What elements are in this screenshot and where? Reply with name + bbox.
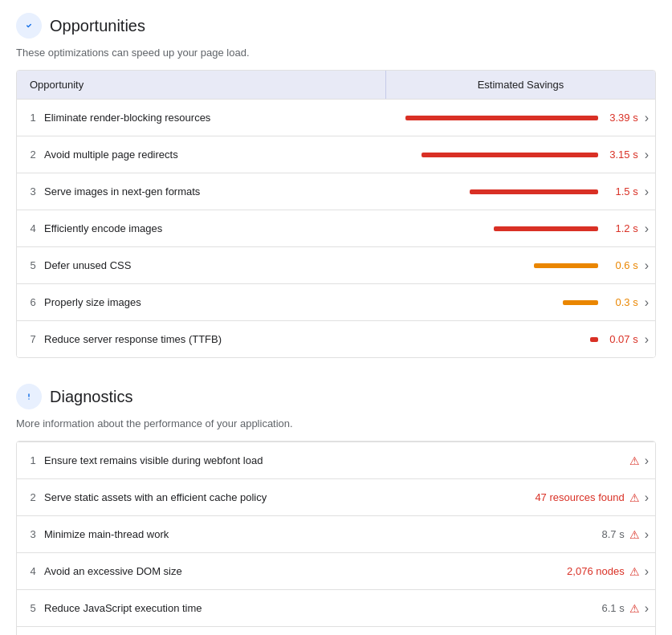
chevron-icon[interactable]: ›: [645, 332, 649, 347]
savings-bar: [494, 226, 598, 231]
table-row[interactable]: 3 Serve images in next-gen formats 1.5 s…: [17, 173, 655, 210]
diagnostics-table: 1 Ensure text remains visible during web…: [16, 441, 656, 635]
diag-row[interactable]: 3 Minimize main-thread work 8.7 s ⚠ ›: [17, 515, 655, 552]
diag-row[interactable]: 4 Avoid an excessive DOM size 2,076 node…: [17, 552, 655, 589]
row-value: 2,076 nodes ⚠ ›: [560, 564, 655, 579]
bar-container: [389, 263, 598, 268]
bar-container: [389, 189, 598, 194]
row-label: Properly size images: [41, 288, 386, 316]
row-label: Reduce server response times (TTFB): [41, 325, 386, 353]
row-value: 6.1 s ⚠ ›: [595, 601, 655, 616]
row-value-text: 8.7 s: [601, 528, 624, 540]
diagnostics-section: Diagnostics More information about the p…: [16, 384, 656, 635]
warning-icon: ⚠: [629, 602, 640, 615]
row-number: 5: [17, 602, 41, 614]
chevron-icon[interactable]: ›: [645, 454, 649, 468]
row-number: 2: [17, 491, 41, 503]
row-label: Ensure text remains visible during webfo…: [41, 446, 623, 474]
chevron-icon[interactable]: ›: [645, 601, 649, 616]
diag-row[interactable]: 2 Serve static assets with an efficient …: [17, 478, 655, 515]
diag-row[interactable]: 5 Reduce JavaScript execution time 6.1 s…: [17, 589, 655, 626]
row-value-text: 47 resources found: [535, 491, 624, 503]
savings-bar: [563, 300, 598, 305]
row-value: ⚠ ›: [623, 454, 655, 468]
chevron-icon[interactable]: ›: [645, 258, 649, 273]
chevron-icon[interactable]: ›: [645, 222, 649, 236]
warning-icon: ⚠: [629, 565, 640, 578]
savings-value: 3.39 s: [605, 112, 638, 124]
diagnostics-subtitle: More information about the performance o…: [16, 417, 656, 429]
col-header-opportunity: Opportunity: [17, 71, 386, 99]
table-row[interactable]: 4 Efficiently encode images 1.2 s ›: [17, 210, 655, 246]
row-number: 3: [17, 185, 41, 197]
diag-row[interactable]: 1 Ensure text remains visible during web…: [17, 442, 655, 478]
savings-bar: [422, 153, 598, 157]
row-value: 47 resources found ⚠ ›: [528, 490, 655, 505]
savings-bar: [405, 116, 598, 120]
row-label: Serve images in next-gen formats: [41, 177, 386, 206]
row-value-text: 2,076 nodes: [567, 565, 625, 577]
chevron-icon[interactable]: ›: [645, 148, 649, 162]
row-label: Serve static assets with an efficient ca…: [41, 483, 528, 511]
savings-value: 0.6 s: [605, 259, 638, 271]
opportunities-section: Opportunities These optimizations can sp…: [16, 13, 656, 358]
diagnostics-header: Diagnostics: [16, 384, 656, 409]
row-number: 3: [17, 528, 41, 540]
bar-container: [389, 226, 598, 231]
chevron-icon[interactable]: ›: [645, 295, 649, 310]
savings-value: 0.3 s: [605, 296, 638, 308]
row-label: Efficiently encode images: [41, 214, 386, 242]
chevron-icon[interactable]: ›: [645, 490, 649, 505]
table-header-row: Opportunity Estimated Savings: [17, 71, 655, 99]
savings-bar: [470, 189, 598, 194]
table-row[interactable]: 6 Properly size images 0.3 s ›: [17, 283, 655, 320]
row-label: Minimize Critical Requests Depth: [41, 631, 560, 635]
savings-value: 1.5 s: [605, 185, 638, 197]
bar-container: [389, 116, 598, 120]
chevron-icon[interactable]: ›: [645, 527, 649, 542]
row-value: 8.7 s ⚠ ›: [595, 527, 655, 542]
table-row[interactable]: 2 Avoid multiple page redirects 3.15 s ›: [17, 136, 655, 173]
row-number: 1: [17, 112, 41, 124]
savings-value: 3.15 s: [605, 149, 638, 161]
row-label: Defer unused CSS: [41, 251, 386, 279]
warning-icon: ⚠: [629, 491, 640, 504]
savings-value: 0.07 s: [605, 333, 638, 345]
table-row[interactable]: 1 Eliminate render-blocking resources 3.…: [17, 99, 655, 136]
chevron-icon[interactable]: ›: [645, 111, 649, 125]
row-label: Avoid multiple page redirects: [41, 140, 386, 169]
warning-icon: ⚠: [629, 528, 640, 541]
row-savings: 1.5 s ›: [386, 185, 655, 199]
row-label: Minimize main-thread work: [41, 520, 595, 548]
bar-container: [389, 153, 598, 157]
row-number: 4: [17, 565, 41, 577]
opportunities-title: Opportunities: [50, 17, 145, 35]
diag-row[interactable]: 6 Minimize Critical Requests Depth 13 ch…: [17, 626, 655, 635]
diagnostics-title: Diagnostics: [50, 388, 132, 406]
chevron-icon[interactable]: ›: [645, 564, 649, 579]
row-value-text: 6.1 s: [601, 602, 624, 614]
row-savings: 0.6 s ›: [386, 258, 655, 273]
row-number: 6: [17, 296, 41, 308]
table-row[interactable]: 7 Reduce server response times (TTFB) 0.…: [17, 320, 655, 357]
row-label: Avoid an excessive DOM size: [41, 557, 560, 585]
warning-icon: ⚠: [629, 454, 640, 467]
savings-value: 1.2 s: [605, 222, 638, 234]
table-row[interactable]: 5 Defer unused CSS 0.6 s ›: [17, 246, 655, 283]
row-label: Eliminate render-blocking resources: [41, 104, 386, 132]
savings-bar: [534, 263, 598, 268]
diagnostics-icon: [16, 384, 42, 409]
col-header-savings: Estimated Savings: [386, 71, 655, 99]
opportunities-table: Opportunity Estimated Savings 1 Eliminat…: [16, 70, 656, 358]
row-number: 2: [17, 149, 41, 161]
bar-container: [389, 300, 598, 305]
opportunities-header: Opportunities: [16, 13, 656, 39]
row-savings: 1.2 s ›: [386, 222, 655, 236]
row-savings: 3.15 s ›: [386, 148, 655, 162]
row-savings: 0.3 s ›: [386, 295, 655, 310]
chevron-icon[interactable]: ›: [645, 185, 649, 199]
row-number: 4: [17, 222, 41, 234]
row-savings: 3.39 s ›: [386, 111, 655, 125]
savings-bar: [590, 337, 598, 342]
row-label: Reduce JavaScript execution time: [41, 594, 595, 622]
